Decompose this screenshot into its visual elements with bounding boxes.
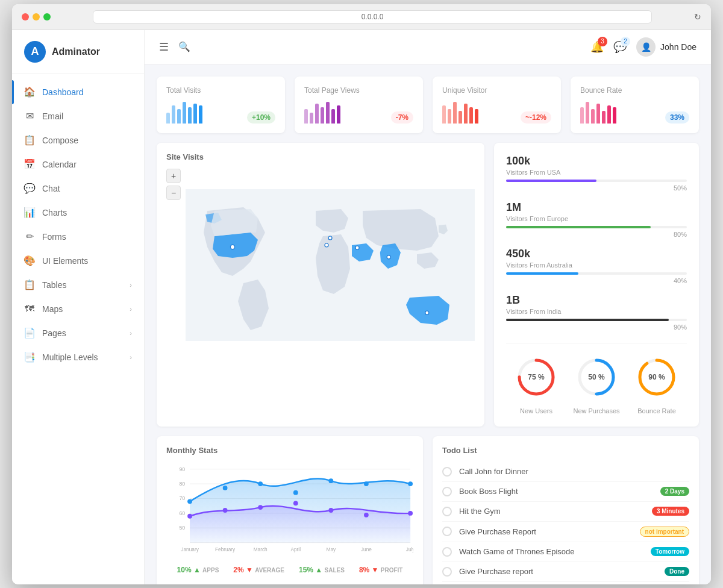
nav-icon-chat: 💬	[24, 183, 35, 194]
sidebar-item-compose[interactable]: 📋 Compose	[12, 128, 144, 152]
todo-check-3[interactable]	[442, 527, 452, 536]
dot-green[interactable]	[43, 13, 51, 20]
nav-icon-calendar: 📅	[24, 159, 35, 170]
todo-item-2: Hit the Gym 3 Minutes	[442, 502, 689, 522]
svg-text:50 %: 50 %	[588, 373, 605, 381]
todo-text-4: Watch Game of Thrones Episode	[459, 547, 651, 556]
sidebar-item-ui-elements[interactable]: 🎨 UI Elements	[12, 249, 144, 273]
stat-card-0: Total Visits +10%	[157, 77, 285, 133]
svg-text:May: May	[327, 546, 337, 552]
svg-point-29	[258, 481, 263, 486]
todo-badge-4: Tomorrow	[651, 547, 689, 556]
progress-pct-0: 50%	[506, 184, 687, 192]
sidebar-item-email[interactable]: ✉ Email	[12, 104, 144, 128]
sidebar-item-multiple-levels[interactable]: 📑 Multiple Levels ›	[12, 345, 144, 369]
user-info[interactable]: 👤 John Doe	[636, 37, 696, 57]
visitor-label-1: Visitors From Europe	[506, 215, 687, 222]
svg-text:60: 60	[179, 510, 185, 516]
map-card: Site Visits + −	[157, 143, 484, 427]
todo-item-5: Give Purchase report Done	[442, 562, 689, 582]
visitor-item-1: 1M Visitors From Europe 80%	[506, 201, 687, 238]
visitor-stat-1: 1M	[506, 201, 687, 214]
donut-chart-0: 75 %	[512, 353, 560, 401]
progress-fill-2	[506, 272, 578, 275]
chart-footer: 10% ▲ APPS2% ▼ Average15% ▲ Sales8% ▼ Pr…	[166, 566, 413, 574]
svg-text:70: 70	[179, 495, 185, 501]
nav-arrow-tables: ›	[130, 281, 132, 289]
stat-badge-1: -7%	[391, 111, 413, 124]
todo-check-4[interactable]	[442, 547, 452, 557]
todo-badge-1: 2 Days	[660, 487, 689, 496]
svg-text:90: 90	[179, 466, 185, 472]
avatar: 👤	[636, 37, 656, 57]
browser-reload[interactable]: ↻	[694, 12, 701, 22]
nav-icon-ui-elements: 🎨	[24, 255, 35, 266]
donut-item-0: 75 % New Users	[512, 353, 560, 414]
progress-pct-3: 90%	[506, 324, 687, 331]
todo-check-5[interactable]	[442, 567, 452, 577]
sidebar-item-dashboard[interactable]: 🏠 Dashboard	[12, 80, 144, 104]
nav-label-compose: Compose	[42, 136, 78, 145]
notification-button[interactable]: 🔔 3	[590, 40, 604, 54]
nav-label-charts: Charts	[42, 208, 67, 217]
sidebar-item-forms[interactable]: ✏ Forms	[12, 225, 144, 249]
svg-point-4	[387, 255, 390, 258]
progress-fill-3	[506, 319, 669, 321]
sidebar-item-chat[interactable]: 💬 Chat	[12, 177, 144, 201]
svg-point-37	[293, 501, 298, 505]
zoom-in-button[interactable]: +	[166, 169, 181, 183]
todo-badge-3: not important	[640, 527, 689, 537]
todo-list: Call John for Dinner Book Boss Flight 2 …	[442, 462, 689, 582]
message-button[interactable]: 💬 2	[613, 40, 627, 54]
todo-card: Todo List Call John for Dinner Book Boss…	[433, 436, 699, 584]
progress-fill-1	[506, 226, 651, 228]
svg-point-40	[408, 510, 413, 515]
todo-check-2[interactable]	[442, 507, 452, 516]
sidebar-item-tables[interactable]: 📋 Tables ›	[12, 273, 144, 297]
svg-text:February: February	[215, 546, 236, 552]
svg-text:75 %: 75 %	[528, 373, 545, 381]
progress-bar-2	[506, 272, 687, 275]
search-icon[interactable]: 🔍	[178, 41, 190, 52]
site-visits-title: Site Visits	[166, 152, 475, 161]
chart-stat-2: 15% ▲ Sales	[299, 566, 345, 574]
nav-label-dashboard: Dashboard	[42, 87, 84, 97]
svg-text:June: June	[361, 546, 372, 552]
zoom-out-button[interactable]: −	[166, 186, 181, 200]
visitor-label-0: Visitors From USA	[506, 169, 687, 176]
svg-text:April: April	[290, 546, 301, 552]
map-row: Site Visits + −	[157, 143, 699, 427]
chart-stat-1: 2% ▼ Average	[233, 566, 284, 574]
visitor-stat-2: 450k	[506, 248, 687, 260]
svg-point-39	[364, 512, 369, 517]
monthly-stats-card: Monthly Stats	[157, 436, 423, 584]
sidebar-item-pages[interactable]: 📄 Pages ›	[12, 321, 144, 345]
svg-text:July: July	[406, 546, 413, 552]
todo-item-0: Call John for Dinner	[442, 462, 689, 482]
svg-point-30	[293, 490, 298, 495]
stat-title-2: Unique Visitor	[442, 86, 551, 95]
nav-label-chat: Chat	[42, 184, 60, 193]
progress-bar-3	[506, 319, 687, 321]
svg-point-6	[328, 236, 332, 240]
svg-point-35	[223, 508, 228, 513]
browser-titlebar: 0.0.0.0 ↻	[12, 4, 711, 30]
bottom-row: Monthly Stats	[157, 436, 699, 584]
hamburger-icon[interactable]: ☰	[159, 40, 169, 54]
monthly-stats-title: Monthly Stats	[166, 446, 413, 455]
sidebar-item-maps[interactable]: 🗺 Maps ›	[12, 297, 144, 321]
top-header: ☰ 🔍 🔔 3 💬 2 👤 John Doe	[145, 30, 711, 64]
donut-label-2: Bounce Rate	[633, 407, 681, 414]
sidebar-item-calendar[interactable]: 📅 Calendar	[12, 152, 144, 177]
svg-point-2	[325, 243, 328, 247]
dot-yellow[interactable]	[33, 13, 40, 20]
dot-red[interactable]	[22, 13, 29, 20]
browser-dots	[22, 13, 51, 20]
sidebar-item-charts[interactable]: 📊 Charts	[12, 201, 144, 225]
todo-check-0[interactable]	[442, 467, 452, 477]
todo-check-1[interactable]	[442, 487, 452, 496]
stat-card-3: Bounce Rate 33%	[571, 77, 699, 133]
stat-title-1: Total Page Views	[304, 86, 413, 95]
main-content: ☰ 🔍 🔔 3 💬 2 👤 John Doe	[145, 30, 711, 584]
svg-text:50: 50	[179, 525, 185, 531]
